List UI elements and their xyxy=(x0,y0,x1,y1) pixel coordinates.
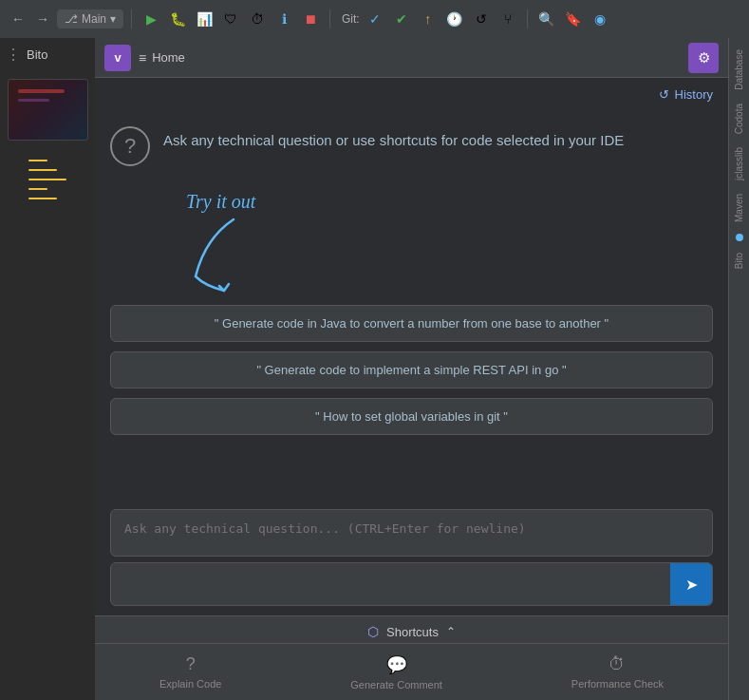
info-button[interactable]: ℹ xyxy=(272,8,295,30)
git-push-button[interactable]: ↑ xyxy=(417,8,440,30)
history-row: ↺ History xyxy=(95,78,728,107)
sidebar-item-codota[interactable]: Codota xyxy=(732,98,746,140)
forward-button[interactable]: → xyxy=(32,9,53,29)
toolbar-separator-3 xyxy=(527,9,528,28)
send-button[interactable]: ➤ xyxy=(670,563,712,605)
sidebar-line-5 xyxy=(28,198,57,199)
bito-dot-icon xyxy=(736,234,743,241)
history-button[interactable]: ↺ History xyxy=(659,87,713,102)
bito-v-badge: v xyxy=(104,45,131,71)
sidebar-line-4 xyxy=(28,188,47,190)
bito-sidebar-label: Bito xyxy=(27,47,47,62)
performance-check-label: Performance Check xyxy=(571,678,664,690)
bito-content: ? Ask any technical question or use shor… xyxy=(95,107,728,615)
question-icon: ? xyxy=(110,126,150,166)
sidebar-line-3 xyxy=(28,179,66,180)
question-text: Ask any technical question or use shortc… xyxy=(163,126,624,152)
menu-dots-icon: ⋮ xyxy=(6,46,21,64)
debug-button[interactable]: 🐛 xyxy=(166,8,189,30)
search-button[interactable]: 🔍 xyxy=(535,8,558,30)
sidebar-item-maven[interactable]: Maven xyxy=(732,188,746,228)
question-section: ? Ask any technical question or use shor… xyxy=(110,117,713,176)
hamburger-icon: ≡ xyxy=(139,50,146,66)
tab-performance-check[interactable]: ⏱ Performance Check xyxy=(560,651,675,693)
explain-code-label: Explain Code xyxy=(159,678,221,690)
branch-label: Main xyxy=(82,12,106,26)
shortcuts-icon: ⬡ xyxy=(367,624,379,639)
extra-button[interactable]: ◉ xyxy=(589,8,611,30)
branch-selector[interactable]: ⎇ Main ▾ xyxy=(57,9,123,28)
tab-generate-comment[interactable]: 💬 Generate Comment xyxy=(339,651,454,694)
stop-button[interactable]: ⏹ xyxy=(299,8,322,30)
sidebar-menu[interactable]: ⋮ Bito xyxy=(0,38,95,71)
git-tick-button[interactable]: ✔ xyxy=(390,8,413,30)
bottom-tabs: ? Explain Code 💬 Generate Comment ⏱ Perf… xyxy=(95,643,728,700)
bookmark-button[interactable]: 🔖 xyxy=(562,8,585,30)
toolbar: ← → ⎇ Main ▾ ▶ 🐛 📊 🛡 ⏱ ℹ ⏹ Git: ✓ ✔ ↑ 🕐 … xyxy=(0,0,749,38)
suggestion-button-1[interactable]: " Generate code in Java to convert a num… xyxy=(110,305,713,342)
sidebar-lines xyxy=(23,148,72,211)
shortcuts-chevron-icon: ⌃ xyxy=(446,625,456,638)
toolbar-separator xyxy=(131,9,132,28)
coverage-button[interactable]: 🛡 xyxy=(219,8,242,30)
git-clock-button[interactable]: 🕐 xyxy=(443,8,466,30)
right-icons-bar: Database Codota jclasslib Maven Bito xyxy=(728,38,749,700)
main-area: ⋮ Bito v ≡ Home ⚙ xyxy=(0,38,749,700)
question-input[interactable] xyxy=(110,509,713,557)
input-bottom-row: ➤ xyxy=(110,562,713,606)
sidebar-line-1 xyxy=(28,160,47,161)
settings-button[interactable]: ⚙ xyxy=(688,43,719,73)
git-undo-button[interactable]: ↺ xyxy=(470,8,493,30)
question-mark: ? xyxy=(124,134,136,159)
tab-explain-code[interactable]: ? Explain Code xyxy=(148,651,233,693)
shortcuts-label: Shortcuts xyxy=(386,625,439,639)
left-sidebar: ⋮ Bito xyxy=(0,38,95,700)
branch-icon: ⎇ xyxy=(65,12,78,26)
sidebar-line-2 xyxy=(28,169,57,171)
history-label: History xyxy=(675,87,713,102)
shortcuts-bar: ⬡ Shortcuts ⌃ xyxy=(95,615,728,643)
toolbar-separator-2 xyxy=(329,9,330,28)
bito-panel: v ≡ Home ⚙ ↺ History ? Ask any technical… xyxy=(95,38,728,700)
sidebar-thumbnail xyxy=(8,79,88,141)
suggestions: " Generate code in Java to convert a num… xyxy=(110,305,713,435)
suggestion-button-3[interactable]: " How to set global variables in git " xyxy=(110,398,713,435)
sidebar-item-jclasslib[interactable]: jclasslib xyxy=(732,142,746,186)
bito-header: v ≡ Home ⚙ xyxy=(95,38,728,78)
performance-check-icon: ⏱ xyxy=(609,654,626,674)
sidebar-item-bito[interactable]: Bito xyxy=(732,247,746,274)
timer-button[interactable]: ⏱ xyxy=(246,8,269,30)
back-button[interactable]: ← xyxy=(8,9,28,29)
sidebar-item-database[interactable]: Database xyxy=(732,44,746,96)
run-button[interactable]: ▶ xyxy=(140,8,162,30)
git-label: Git: xyxy=(342,12,360,26)
home-label: Home xyxy=(152,50,185,65)
profile-button[interactable]: 📊 xyxy=(193,8,215,30)
git-check-button[interactable]: ✓ xyxy=(364,8,386,30)
try-it-section: Try it out xyxy=(167,191,713,286)
branch-chevron-icon: ▾ xyxy=(110,12,116,26)
generate-comment-label: Generate Comment xyxy=(350,679,442,691)
suggestion-button-2[interactable]: " Generate code to implement a simple RE… xyxy=(110,351,713,388)
input-field[interactable] xyxy=(111,563,670,605)
input-section: ➤ xyxy=(110,509,713,606)
bito-home-button[interactable]: ≡ Home xyxy=(139,50,185,66)
git-branch-button[interactable]: ⑂ xyxy=(496,8,519,30)
generate-comment-icon: 💬 xyxy=(386,654,407,675)
try-it-arrow xyxy=(177,210,290,295)
explain-code-icon: ? xyxy=(186,654,196,674)
history-icon: ↺ xyxy=(659,87,669,102)
